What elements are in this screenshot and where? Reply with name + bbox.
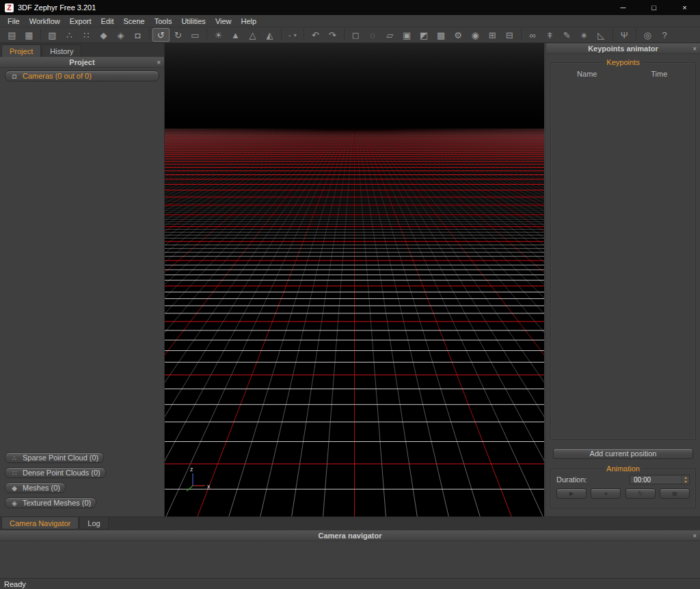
camera-navigator-panel: Camera navigator × <box>0 530 700 578</box>
loop-button[interactable]: ↻ <box>625 488 656 499</box>
keypoints-list[interactable] <box>551 78 695 439</box>
asset-buttons: ∴ Sparse Point Cloud (0) ∷ Dense Point C… <box>0 452 164 512</box>
menu-edit[interactable]: Edit <box>96 16 119 27</box>
sparse-point-cloud-list-button[interactable]: ∴ Sparse Point Cloud (0) <box>5 452 104 463</box>
invert-selection-button[interactable]: ◩ <box>416 28 433 42</box>
play-button[interactable]: ▶ <box>556 488 587 499</box>
selection-settings-button[interactable]: ⚙ <box>450 28 467 42</box>
cameras-button[interactable]: ◘ Cameras (0 out of 0) <box>5 70 159 81</box>
keypoints-group: Keypoints Name Time <box>550 62 696 440</box>
menu-scene[interactable]: Scene <box>119 16 150 27</box>
minimize-button[interactable]: ─ <box>608 0 638 15</box>
orbit-navigation-button[interactable]: ↺ <box>152 28 170 42</box>
help-button[interactable]: ? <box>656 28 673 42</box>
draw-button[interactable]: ✎ <box>558 28 576 42</box>
polygon-selection-button[interactable]: ▱ <box>381 28 399 42</box>
view-top-button[interactable]: ▲ <box>227 28 244 42</box>
tab-camera-navigator[interactable]: Camera Navigator <box>1 517 79 529</box>
toolbar-separator <box>344 29 345 40</box>
angle-button[interactable]: ◺ <box>593 28 610 42</box>
dense-point-clouds-list-button[interactable]: ∷ Dense Point Clouds (0) <box>5 467 106 478</box>
column-name: Name <box>551 70 623 78</box>
lasso-selection-button[interactable]: ◌ <box>364 28 381 42</box>
rectangle-selection-button[interactable]: ◻ <box>347 28 364 42</box>
redo-button[interactable]: ↷ <box>324 28 341 42</box>
column-time: Time <box>623 70 696 78</box>
lighting-button[interactable]: ☀ <box>210 28 227 42</box>
control-point-button[interactable]: ǂ <box>541 28 558 42</box>
undo-button[interactable]: ↶ <box>307 28 324 42</box>
main-area: Project History Project × ◘ Cameras (0 o… <box>0 43 700 516</box>
cameras-button-label: Cameras (0 out of 0) <box>23 72 92 80</box>
link-button[interactable]: ∞ <box>524 28 541 42</box>
scale-dropdown[interactable]: - ▾ <box>284 29 301 41</box>
toolbar-separator <box>206 29 207 40</box>
menu-utilities[interactable]: Utilities <box>176 16 210 27</box>
duration-spinner[interactable]: 00:00 ▴ ▾ <box>630 475 690 484</box>
textured-mesh-button[interactable]: ◈ <box>112 28 129 42</box>
clean-button[interactable]: ∗ <box>576 28 593 42</box>
viewport-canvas[interactable] <box>165 43 544 516</box>
save-project-button[interactable]: ▦ <box>21 28 38 42</box>
project-panel-body <box>0 81 164 452</box>
keypoints-animator-panel: Keypoints animator × Keypoints Name Time… <box>544 43 700 516</box>
project-panel-close-button[interactable]: × <box>157 57 161 67</box>
keypoints-animator-close-button[interactable]: × <box>692 44 697 53</box>
tab-history[interactable]: History <box>42 44 81 57</box>
view-front-button[interactable]: △ <box>244 28 261 42</box>
scale-dropdown-value: - <box>288 31 291 39</box>
chevron-down-icon: ▾ <box>294 32 297 38</box>
new-project-button[interactable]: ▤ <box>3 28 21 42</box>
menu-tools[interactable]: Tools <box>150 16 177 27</box>
textured-meshes-list-button[interactable]: ◈ Textured Meshes (0) <box>5 497 96 508</box>
mesh-icon: ◆ <box>10 484 18 492</box>
menu-help[interactable]: Help <box>237 16 262 27</box>
import-images-button[interactable]: ▧ <box>44 28 61 42</box>
clear-selection-button[interactable]: ▣ <box>399 28 416 42</box>
menu-export[interactable]: Export <box>65 16 96 27</box>
plugin-button[interactable]: Ψ <box>616 28 633 42</box>
mask-button[interactable]: ◉ <box>467 28 484 42</box>
mesh-button[interactable]: ◆ <box>95 28 112 42</box>
select-all-button[interactable]: ▩ <box>433 28 450 42</box>
left-tabbar: Project History <box>0 43 164 57</box>
sparse-cloud-icon: ∴ <box>10 454 18 462</box>
window-title: 3DF Zephyr Free 3.201 <box>18 3 96 12</box>
textured-meshes-label: Textured Meshes (0) <box>23 499 91 507</box>
sparse-point-cloud-button[interactable]: ∴ <box>61 28 78 42</box>
statusbar: Ready <box>0 578 700 589</box>
camera-navigator-close-button[interactable]: × <box>692 531 697 540</box>
project-panel: Project History Project × ◘ Cameras (0 o… <box>0 43 164 516</box>
animation-group-label: Animation <box>603 464 643 473</box>
remove-region-button[interactable]: ⊟ <box>501 28 518 42</box>
menu-file[interactable]: File <box>3 16 25 27</box>
status-text: Ready <box>4 580 26 588</box>
menu-workflow[interactable]: Workflow <box>25 16 65 27</box>
toolbar: ▤ ▦ ▧ ∴ ∷ ◆ ◈ ◘ ↺ ↻ ▭ ☀ ▲ △ ◭ - ▾ ↶ ↷ ◻ … <box>0 27 700 43</box>
duration-value: 00:00 <box>630 476 682 484</box>
toolbar-separator <box>40 29 41 40</box>
dense-point-cloud-button[interactable]: ∷ <box>78 28 95 42</box>
toolbar-separator <box>612 29 613 40</box>
meshes-label: Meshes (0) <box>23 484 60 492</box>
stereo-view-button[interactable]: ◎ <box>639 28 656 42</box>
animation-buttons: ▶ ● ↻ ▦ <box>551 484 695 499</box>
meshes-list-button[interactable]: ◆ Meshes (0) <box>5 482 66 493</box>
spinner-buttons: ▴ ▾ <box>682 475 689 484</box>
free-rotation-button[interactable]: ↻ <box>170 28 187 42</box>
view-ground-button[interactable]: ◭ <box>261 28 278 42</box>
measurement-button[interactable]: ▭ <box>187 28 204 42</box>
add-current-position-button[interactable]: Add current position <box>553 448 693 459</box>
titlebar: Z 3DF Zephyr Free 3.201 ─ □ × <box>0 0 700 15</box>
spin-down-icon[interactable]: ▾ <box>682 480 689 484</box>
tab-log[interactable]: Log <box>79 517 108 529</box>
camera-navigator-header: Camera navigator × <box>0 530 700 541</box>
camera-button[interactable]: ◘ <box>129 28 146 42</box>
record-button[interactable]: ● <box>591 488 621 499</box>
tab-project[interactable]: Project <box>1 44 41 57</box>
add-region-button[interactable]: ⊞ <box>484 28 501 42</box>
keyframes-button[interactable]: ▦ <box>660 488 690 499</box>
maximize-button[interactable]: □ <box>638 0 669 15</box>
menu-view[interactable]: View <box>211 16 237 27</box>
close-button[interactable]: × <box>669 0 700 15</box>
